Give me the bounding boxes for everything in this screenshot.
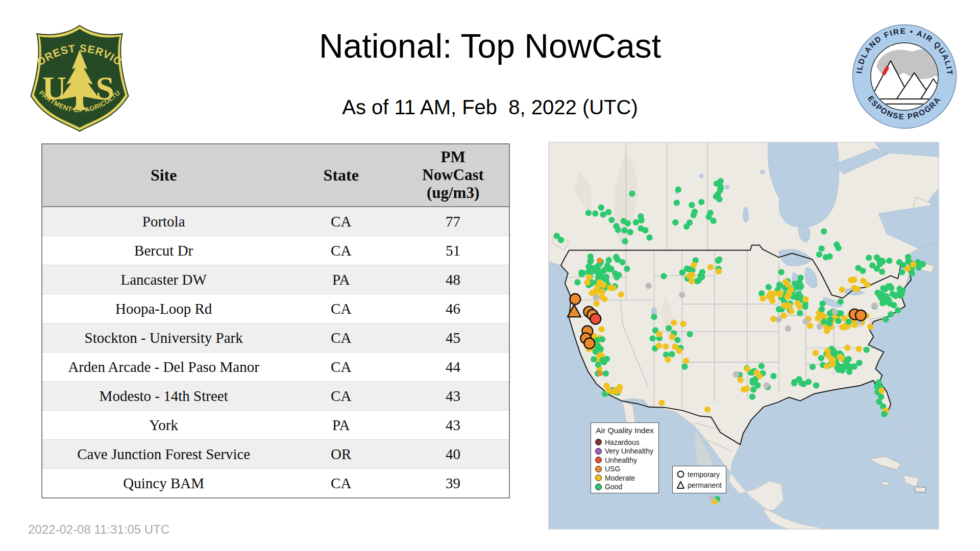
aqi-dot-moderate [815, 315, 821, 321]
aqi-dot-good [758, 363, 765, 369]
aqi-dot-gray [679, 292, 685, 298]
aqi-dot-good [595, 362, 601, 368]
legend-row-temporary: temporary [676, 469, 722, 480]
aqi-dot-moderate [844, 345, 850, 351]
aqi-legend-item: Good [595, 483, 654, 492]
aqi-dot-moderate [598, 293, 604, 299]
cell-state: OR [285, 440, 397, 469]
aqi-dot-good [603, 370, 609, 377]
aqi-dot-good [879, 300, 886, 306]
aqi-dot-good [818, 355, 824, 361]
aqi-swatch-icon [595, 457, 602, 463]
cell-value: 45 [397, 323, 509, 353]
aqi-dot-moderate [618, 291, 624, 297]
aqi-dot-good [638, 217, 644, 223]
aqi-map: Air Quality Index HazardousVery Unhealth… [548, 142, 939, 530]
generated-timestamp: 2022-02-08 11:31:05 UTC [28, 522, 169, 537]
aqi-dot-usg [597, 258, 602, 263]
aqi-dot-moderate [669, 334, 675, 340]
aqi-dot-moderate [672, 343, 678, 349]
legend-label-permanent: permanent [688, 481, 722, 489]
aqi-dot-good [899, 288, 905, 294]
aqi-dot-good [608, 217, 615, 223]
aqi-dot-good [860, 268, 866, 274]
aqi-dot-moderate [777, 291, 783, 297]
aqi-dot-good [613, 223, 619, 229]
aqi-dot-good [749, 378, 755, 384]
aqi-dot-good [646, 234, 652, 240]
aqi-dot-good [674, 199, 680, 206]
legend-label-temporary: temporary [688, 470, 720, 479]
aqi-dot-good [605, 209, 611, 215]
wfaqrp-logo: WILDLAND FIRE • AIR QUALITY RESPONSE PRO… [850, 21, 959, 132]
aqi-dot-good [592, 348, 598, 355]
page-subtitle: As of 11 AM, Feb 8, 2022 (UTC) [0, 96, 980, 119]
aqi-dot-moderate [788, 308, 794, 314]
cell-site: Modesto - 14th Street [42, 382, 285, 411]
cell-site: Stockton - University Park [42, 323, 285, 353]
top-site-marker-circle [584, 338, 595, 348]
aqi-dot-good [692, 209, 698, 215]
aqi-dot-good [592, 210, 598, 216]
aqi-dot-good [823, 254, 829, 260]
aqi-dot-good [633, 219, 639, 226]
aqi-legend-label: Moderate [605, 474, 635, 482]
aqi-dot-good [601, 359, 607, 365]
table-row: Hoopa-Loop RdCA46 [42, 294, 509, 323]
cell-site: Hoopa-Loop Rd [42, 294, 285, 323]
aqi-dot-good [716, 257, 722, 263]
aqi-dot-moderate [671, 319, 677, 325]
aqi-dot-good [816, 252, 822, 258]
aqi-dot-good [585, 210, 592, 216]
aqi-dot-good [585, 263, 592, 269]
aqi-dot-good [835, 318, 841, 324]
cell-value: 39 [397, 469, 509, 498]
aqi-dot-good [874, 255, 880, 261]
aqi-swatch-icon [595, 439, 602, 445]
aqi-swatch-icon [595, 484, 602, 490]
table-row: Quincy BAMCA39 [42, 469, 509, 498]
aqi-dot-good [660, 273, 667, 279]
col-header-pm-nowcast: PM NowCast (ug/m3) [397, 144, 509, 207]
cell-state: CA [285, 382, 397, 411]
aqi-dot-moderate [603, 383, 609, 389]
aqi-dot-moderate [824, 348, 830, 354]
cell-site: Cave Junction Forest Service [42, 440, 285, 469]
aqi-dot-moderate [855, 346, 862, 352]
aqi-dot-good [713, 193, 719, 199]
aqi-dot-good [687, 331, 693, 337]
aqi-dot-good [615, 257, 621, 263]
aqi-dot-moderate [656, 343, 662, 349]
aqi-dot-good [687, 219, 693, 226]
aqi-dot-good [796, 291, 802, 297]
aqi-dot-good [838, 310, 844, 316]
aqi-dot-moderate [663, 343, 669, 349]
aqi-dot-moderate [689, 272, 695, 278]
cell-value: 46 [397, 294, 509, 323]
aqi-dot-good [750, 386, 756, 392]
aqi-legend-item: Moderate [595, 473, 654, 483]
aqi-dot-moderate [683, 358, 689, 364]
aqi-dot-good [621, 227, 627, 233]
aqi-dot-moderate [854, 286, 860, 292]
aqi-legend-item: USG [595, 465, 654, 474]
aqi-dot-moderate [707, 264, 714, 270]
aqi-legend-item: Unhealthy [595, 456, 654, 465]
cell-value: 77 [397, 207, 509, 236]
aqi-dot-good [895, 307, 901, 313]
aqi-dot-good [909, 270, 915, 276]
aqi-dot-moderate [760, 295, 766, 302]
aqi-dot-good [598, 205, 604, 211]
aqi-dot-good [796, 280, 802, 286]
aqi-dot-moderate [788, 287, 794, 293]
aqi-dot-good [651, 314, 657, 320]
aqi-dot-good [899, 269, 905, 275]
aqi-legend-item: Hazardous [595, 438, 654, 447]
aqi-legend-label: USG [605, 465, 620, 473]
cell-state: PA [285, 411, 397, 440]
aqi-dot-good [890, 291, 896, 297]
aqi-dot-good [891, 302, 897, 308]
aqi-legend-item: Very Unhealthy [595, 447, 654, 456]
aqi-dot-good [627, 229, 633, 235]
aqi-dot-moderate [830, 357, 836, 363]
